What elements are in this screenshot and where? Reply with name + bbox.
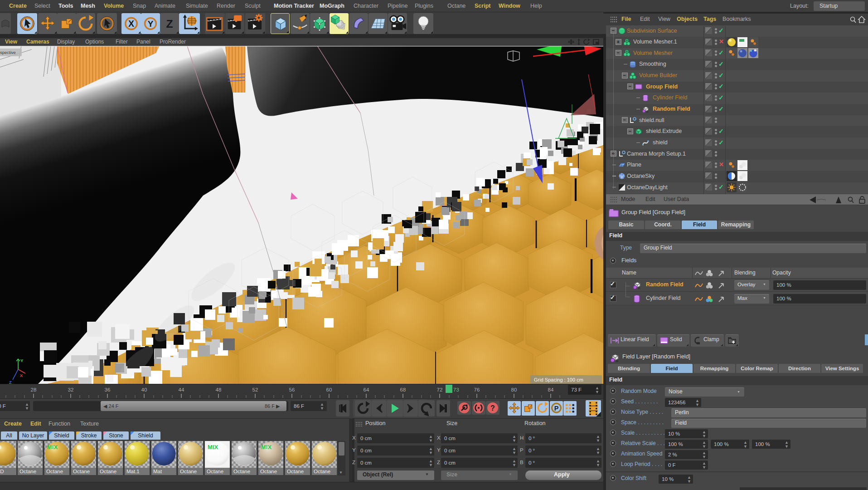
svg-text:MIX: MIX bbox=[261, 444, 272, 451]
svg-text:73: 73 bbox=[453, 387, 459, 392]
svg-text:MIX: MIX bbox=[208, 444, 218, 451]
svg-text:72: 72 bbox=[437, 387, 443, 392]
svg-text:Octane: Octane bbox=[46, 469, 63, 474]
svg-text:Octane: Octane bbox=[260, 469, 277, 474]
svg-text:Grid Spacing : 100 cm: Grid Spacing : 100 cm bbox=[534, 377, 583, 382]
svg-text:Mat.1: Mat.1 bbox=[126, 469, 140, 474]
svg-text:48: 48 bbox=[216, 387, 222, 392]
svg-text:Octane: Octane bbox=[207, 469, 223, 474]
svg-text:52: 52 bbox=[252, 387, 258, 392]
svg-text:OLD: OLD bbox=[0, 469, 4, 474]
svg-text:Z: Z bbox=[9, 380, 12, 384]
svg-text:64: 64 bbox=[364, 387, 369, 392]
svg-text:Y: Y bbox=[148, 19, 154, 29]
svg-text:Octane: Octane bbox=[287, 469, 304, 474]
svg-text:P: P bbox=[554, 405, 559, 412]
svg-text:36: 36 bbox=[105, 387, 111, 392]
svg-text:Octane: Octane bbox=[180, 469, 197, 474]
svg-text:60: 60 bbox=[326, 387, 332, 392]
svg-text:?: ? bbox=[490, 404, 495, 412]
svg-text:Y: Y bbox=[20, 358, 24, 363]
svg-text:68: 68 bbox=[400, 387, 406, 392]
svg-text:Octane: Octane bbox=[233, 469, 250, 474]
svg-text:76: 76 bbox=[474, 387, 480, 392]
svg-text:Mat: Mat bbox=[153, 469, 162, 474]
svg-text:Octane: Octane bbox=[314, 469, 330, 474]
svg-text:56: 56 bbox=[289, 387, 295, 392]
svg-text:44: 44 bbox=[179, 387, 184, 392]
svg-text:X: X bbox=[20, 373, 23, 378]
svg-text:80: 80 bbox=[511, 387, 517, 392]
svg-text:X: X bbox=[128, 19, 134, 29]
svg-text:Octane: Octane bbox=[73, 469, 90, 474]
svg-text:Octane: Octane bbox=[19, 469, 36, 474]
svg-text:40: 40 bbox=[141, 387, 147, 392]
svg-text:MIX: MIX bbox=[47, 444, 58, 451]
svg-text:Z: Z bbox=[166, 18, 173, 30]
svg-text:spective: spective bbox=[0, 50, 16, 55]
svg-text:Octane: Octane bbox=[100, 469, 116, 474]
svg-text:28: 28 bbox=[31, 387, 37, 392]
svg-text:32: 32 bbox=[68, 387, 74, 392]
svg-text:84: 84 bbox=[548, 387, 554, 392]
